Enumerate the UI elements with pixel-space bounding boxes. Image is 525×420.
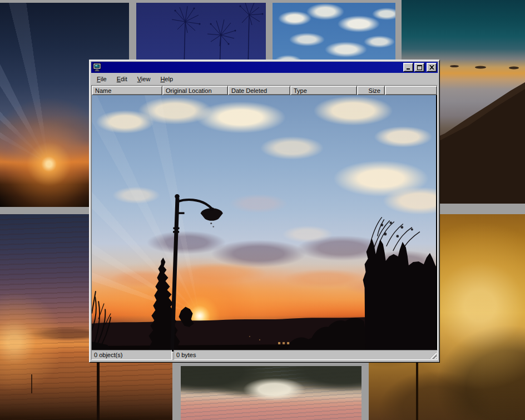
close-button[interactable] <box>427 63 437 72</box>
maximize-button[interactable] <box>414 63 424 72</box>
menu-bar: File Edit View Help <box>91 73 438 85</box>
minimize-button[interactable] <box>403 63 413 72</box>
menu-file[interactable]: File <box>94 75 110 83</box>
column-header-date-deleted[interactable]: Date Deleted <box>228 86 290 95</box>
column-header-original-location[interactable]: Original Location <box>162 86 228 95</box>
sunset-lamp-photo <box>92 95 436 351</box>
status-size: 0 bytes <box>174 350 438 360</box>
photo-silhouettes <box>92 95 436 351</box>
column-header-filler <box>385 86 437 95</box>
title-bar[interactable] <box>91 62 438 73</box>
close-icon <box>429 65 434 70</box>
status-object-count: 0 object(s) <box>91 350 172 360</box>
computer-icon[interactable] <box>93 63 102 72</box>
status-bar: 0 object(s) 0 bytes <box>91 350 438 360</box>
status-size-text: 0 bytes <box>176 352 196 358</box>
column-headers: Name Original Location Date Deleted Type… <box>92 86 437 95</box>
resize-grip[interactable] <box>430 352 437 359</box>
column-header-name[interactable]: Name <box>92 86 162 95</box>
recycle-bin-window: File Edit View Help Name Original Locati… <box>89 60 440 363</box>
background-photo-water-reflection <box>181 366 361 420</box>
column-header-size[interactable]: Size <box>357 86 385 95</box>
water-stick-silhouette <box>31 374 32 393</box>
menu-help[interactable]: Help <box>157 75 176 83</box>
menu-edit[interactable]: Edit <box>114 75 130 83</box>
right-trees-silhouette <box>363 239 436 351</box>
folder-view[interactable]: Name Original Location Date Deleted Type… <box>91 85 438 352</box>
maximize-icon <box>417 65 422 70</box>
minimize-icon <box>406 65 411 70</box>
menu-view[interactable]: View <box>135 75 153 83</box>
column-header-type[interactable]: Type <box>290 86 357 95</box>
